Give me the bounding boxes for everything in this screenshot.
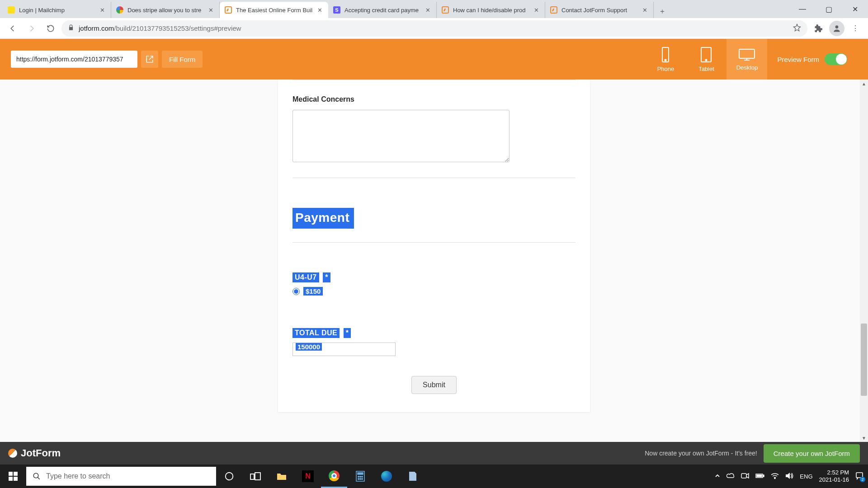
fill-form-button[interactable]: Fill Form	[162, 51, 203, 68]
system-tray: ENG 2:52 PM 2021-01-16	[715, 469, 868, 483]
tab-jotform-builder[interactable]: The Easiest Online Form Buil ✕	[220, 2, 328, 18]
svg-point-0	[835, 25, 839, 28]
jotform-footer: JotForm Now create your own JotForm - It…	[0, 442, 868, 465]
svg-rect-24	[763, 475, 764, 477]
tab-jotform-hide[interactable]: How can I hide/disable prod ✕	[437, 2, 545, 18]
tab-stripe[interactable]: S Accepting credit card payme ✕	[328, 2, 437, 18]
tab-jotform-support[interactable]: Contact JotForm Support ✕	[545, 2, 654, 18]
notepad-button[interactable]	[400, 465, 426, 488]
device-desktop-button[interactable]: Desktop	[726, 39, 767, 80]
profile-button[interactable]	[829, 21, 844, 36]
divider	[292, 178, 576, 178]
close-icon[interactable]: ✕	[425, 7, 432, 13]
svg-point-20	[360, 479, 361, 479]
edge-button[interactable]	[373, 465, 400, 488]
chrome-button[interactable]	[321, 465, 347, 488]
scrollbar-thumb[interactable]	[861, 324, 867, 396]
bookmark-icon[interactable]	[793, 23, 801, 33]
svg-point-2	[665, 59, 666, 61]
svg-point-21	[362, 479, 363, 479]
divider	[292, 80, 576, 80]
scroll-down-arrow[interactable]: ▼	[860, 434, 868, 442]
calculator-button[interactable]	[347, 465, 373, 488]
maximize-button[interactable]: ▢	[816, 0, 842, 18]
svg-point-19	[358, 479, 359, 479]
extensions-button[interactable]	[810, 20, 826, 37]
mailchimp-icon	[7, 6, 15, 14]
start-button[interactable]	[0, 465, 26, 488]
svg-point-11	[226, 473, 233, 480]
u4u7-radio[interactable]	[292, 288, 300, 295]
tab-label: Does stripe allow you to stre	[127, 7, 205, 14]
close-window-button[interactable]: ✕	[842, 0, 868, 18]
tray-overflow-icon[interactable]	[715, 473, 720, 480]
search-placeholder: Type here to search	[46, 472, 110, 480]
battery-icon[interactable]	[755, 473, 764, 480]
onedrive-icon[interactable]	[726, 473, 735, 480]
medical-concerns-label: Medical Concerns	[292, 95, 576, 103]
svg-rect-13	[255, 473, 260, 480]
preview-toggle[interactable]	[825, 53, 847, 65]
device-phone-button[interactable]: Phone	[645, 39, 686, 80]
clock[interactable]: 2:52 PM 2021-01-16	[819, 469, 849, 483]
close-icon[interactable]: ✕	[642, 7, 649, 13]
u4u7-radio-row[interactable]: $150	[292, 287, 576, 296]
open-in-new-button[interactable]	[141, 51, 158, 68]
form-url-box[interactable]: https://form.jotform.com/21013779357	[11, 51, 137, 68]
svg-point-26	[774, 478, 775, 479]
create-your-own-button[interactable]: Create your own JotForm	[764, 444, 860, 463]
forward-button[interactable]	[24, 20, 40, 37]
scrollbar-track[interactable]: ▲ ▼	[860, 80, 868, 442]
language-indicator[interactable]: ENG	[800, 473, 812, 480]
volume-icon[interactable]	[785, 472, 793, 481]
minimize-button[interactable]: —	[789, 0, 816, 18]
wifi-icon[interactable]	[771, 473, 779, 480]
svg-point-18	[362, 476, 363, 477]
close-icon[interactable]: ✕	[208, 7, 215, 13]
close-icon[interactable]: ✕	[100, 7, 106, 13]
svg-rect-15	[358, 473, 363, 474]
svg-rect-8	[9, 477, 13, 481]
netflix-button[interactable]: N	[295, 465, 321, 488]
divider	[292, 242, 576, 243]
svg-rect-9	[14, 477, 18, 481]
required-asterisk: *	[344, 328, 351, 338]
clock-time: 2:52 PM	[819, 469, 849, 476]
reload-button[interactable]	[42, 20, 59, 37]
taskbar-search[interactable]: Type here to search	[26, 467, 216, 486]
medical-concerns-textarea[interactable]	[292, 110, 509, 162]
svg-rect-27	[856, 473, 863, 478]
close-icon[interactable]: ✕	[534, 7, 540, 13]
total-due-value: 150000	[296, 343, 322, 351]
cortana-button[interactable]	[216, 465, 242, 488]
jotform-preview-bar: https://form.jotform.com/21013779357 Fil…	[0, 39, 868, 80]
scroll-up-arrow[interactable]: ▲	[860, 80, 868, 88]
svg-point-17	[360, 476, 361, 477]
new-tab-button[interactable]: ＋	[656, 5, 669, 18]
total-due-input[interactable]: 150000	[292, 343, 396, 356]
submit-button[interactable]: Submit	[411, 376, 457, 394]
svg-rect-6	[9, 472, 13, 476]
required-asterisk: *	[323, 272, 330, 282]
svg-rect-7	[14, 472, 18, 476]
address-bar[interactable]: jotform.com/build/210137793515253/settin…	[61, 20, 807, 37]
back-button[interactable]	[5, 20, 21, 37]
task-view-button[interactable]	[242, 465, 269, 488]
device-tablet-button[interactable]: Tablet	[686, 39, 726, 80]
close-icon[interactable]: ✕	[317, 7, 324, 13]
window-controls: — ▢ ✕	[789, 0, 868, 18]
action-center-icon[interactable]	[855, 472, 863, 481]
tab-label: The Easiest Online Form Buil	[236, 7, 314, 14]
tab-label: Accepting credit card payme	[344, 7, 422, 14]
search-icon	[33, 472, 41, 480]
chrome-menu-button[interactable]: ⋮	[847, 20, 863, 37]
google-icon	[116, 6, 124, 14]
tab-mailchimp[interactable]: Login | Mailchimp ✕	[3, 2, 111, 18]
meet-now-icon[interactable]	[741, 473, 749, 480]
jotform-logo[interactable]: JotForm	[8, 447, 61, 459]
file-explorer-button[interactable]	[269, 465, 295, 488]
u4u7-price: $150	[303, 287, 323, 296]
device-label: Phone	[657, 66, 675, 72]
total-due-label: TOTAL DUE	[292, 328, 340, 338]
tab-google[interactable]: Does stripe allow you to stre ✕	[111, 2, 220, 18]
